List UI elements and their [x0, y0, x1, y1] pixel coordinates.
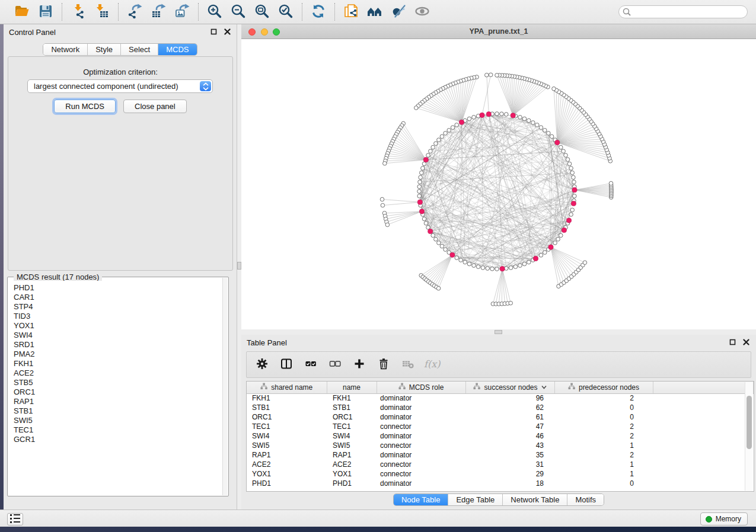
deselect-all-button[interactable]	[328, 358, 342, 372]
zoom-out-button[interactable]	[229, 3, 247, 21]
cell[interactable]: 96	[465, 393, 554, 403]
cell[interactable]: 0	[554, 479, 653, 488]
table-row[interactable]: SWI5SWI5connector431	[247, 441, 754, 450]
float-panel-icon[interactable]	[729, 339, 736, 345]
table-settings-button[interactable]	[255, 358, 269, 372]
table-row[interactable]: SWI4SWI4dominator462	[247, 431, 754, 441]
tab-node-table[interactable]: Node Table	[394, 494, 448, 505]
cell[interactable]: dominator	[377, 393, 465, 403]
cell[interactable]: RAP1	[247, 450, 327, 460]
mcds-result-node[interactable]: STB1	[14, 406, 222, 416]
cell[interactable]: 2	[554, 422, 653, 431]
criterion-dropdown[interactable]: largest connected component (undirected)	[27, 79, 213, 93]
cell[interactable]: 0	[554, 403, 653, 412]
cell[interactable]: YOX1	[247, 469, 327, 479]
tab-select[interactable]: Select	[120, 44, 158, 55]
horizontal-splitter-handle[interactable]	[495, 330, 502, 334]
cell[interactable]: ACE2	[327, 460, 377, 469]
mcds-result-node[interactable]: YOX1	[14, 321, 222, 331]
import-network-button[interactable]	[69, 3, 87, 21]
tab-edge-table[interactable]: Edge Table	[448, 494, 502, 505]
cell[interactable]: RAP1	[327, 450, 377, 460]
cell[interactable]: 43	[465, 441, 554, 450]
table-row[interactable]: YOX1YOX1connector291	[247, 469, 754, 479]
cell[interactable]: connector	[377, 441, 465, 450]
column-header-shared-name[interactable]: shared name	[247, 382, 327, 393]
import-table-button[interactable]	[93, 3, 111, 21]
network-canvas[interactable]	[241, 39, 756, 329]
table-row[interactable]: FKH1FKH1dominator962	[247, 393, 754, 403]
cell[interactable]: ORC1	[327, 412, 377, 422]
mcds-result-node[interactable]: PMA2	[14, 350, 222, 359]
mcds-result-node[interactable]: ACE2	[14, 368, 222, 378]
show-columns-button[interactable]	[279, 358, 294, 372]
cell[interactable]: STB1	[327, 403, 377, 412]
cell[interactable]: SWI5	[327, 441, 377, 450]
table-row[interactable]: ORC1ORC1dominator610	[247, 412, 754, 422]
column-header-successor-nodes[interactable]: successor nodes	[465, 382, 554, 393]
mcds-result-scrollbar[interactable]	[222, 278, 228, 495]
cell[interactable]: dominator	[377, 403, 465, 412]
cell[interactable]: connector	[377, 422, 465, 431]
cell[interactable]: YOX1	[327, 469, 377, 479]
cell[interactable]: ACE2	[247, 460, 327, 469]
select-all-button[interactable]	[304, 358, 318, 372]
export-table-button[interactable]	[149, 3, 167, 21]
cell[interactable]: 31	[465, 460, 554, 469]
tab-style[interactable]: Style	[87, 44, 120, 55]
cell[interactable]: 0	[554, 412, 653, 422]
cell[interactable]: PHD1	[327, 479, 377, 488]
network-graph[interactable]	[241, 39, 756, 329]
mcds-result-node[interactable]: SWI5	[14, 416, 222, 425]
cell[interactable]: 1	[554, 469, 653, 479]
task-history-button[interactable]	[7, 513, 23, 525]
close-panel-button[interactable]: Close panel	[123, 100, 187, 113]
search-input[interactable]	[618, 5, 748, 18]
cell[interactable]: dominator	[377, 431, 465, 441]
open-file-button[interactable]	[13, 3, 31, 21]
table-row[interactable]: PHD1PHD1dominator180	[247, 479, 754, 488]
node-table-grid[interactable]: shared namenameMCDS rolesuccessor nodesp…	[247, 382, 754, 488]
table-scrollbar[interactable]	[745, 382, 753, 491]
cell[interactable]: FKH1	[247, 393, 327, 403]
memory-button[interactable]: Memory	[700, 512, 748, 525]
mcds-result-node[interactable]: PHD1	[14, 283, 222, 293]
tab-motifs[interactable]: Motifs	[567, 494, 604, 505]
cell[interactable]: PHD1	[247, 479, 327, 488]
cell[interactable]: 46	[465, 431, 554, 441]
network-window-titlebar[interactable]: YPA_prune.txt_1	[241, 24, 756, 39]
mcds-result-node[interactable]: SRD1	[14, 340, 222, 350]
mcds-result-node[interactable]: CAR1	[14, 293, 222, 302]
cell[interactable]: 2	[554, 450, 653, 460]
cell[interactable]: ORC1	[247, 412, 327, 422]
cell[interactable]: dominator	[377, 479, 465, 488]
mcds-result-node[interactable]: TID3	[14, 312, 222, 321]
zoom-selected-button[interactable]	[277, 3, 295, 21]
export-network-button[interactable]	[126, 3, 143, 21]
vertical-splitter-handle[interactable]	[237, 262, 241, 270]
tab-network[interactable]: Network	[43, 44, 87, 55]
cell[interactable]: FKH1	[327, 393, 377, 403]
cell[interactable]: 35	[465, 450, 554, 460]
cell[interactable]: connector	[377, 460, 465, 469]
column-header-MCDS-role[interactable]: MCDS role	[377, 382, 465, 393]
cell[interactable]: 62	[465, 403, 554, 412]
column-header-predecessor-nodes[interactable]: predecessor nodes	[554, 382, 653, 393]
tab-mcds[interactable]: MCDS	[158, 44, 196, 55]
cell[interactable]: 2	[554, 431, 653, 441]
zoom-in-button[interactable]	[206, 3, 224, 21]
cell[interactable]: STB1	[247, 403, 327, 412]
tab-network-table[interactable]: Network Table	[502, 494, 567, 505]
export-image-button[interactable]	[173, 3, 191, 21]
cell[interactable]: SWI4	[247, 431, 327, 441]
cell[interactable]: 18	[465, 479, 554, 488]
cell[interactable]: TEC1	[327, 422, 377, 431]
delete-column-button[interactable]	[377, 358, 391, 372]
table-row[interactable]: TEC1TEC1connector472	[247, 422, 754, 431]
cell[interactable]: dominator	[377, 450, 465, 460]
cell[interactable]: 2	[554, 393, 653, 403]
cell[interactable]: connector	[377, 469, 465, 479]
show-hide-button[interactable]	[413, 3, 431, 21]
float-panel-icon[interactable]	[210, 28, 217, 35]
search-windows-button[interactable]	[366, 3, 384, 21]
